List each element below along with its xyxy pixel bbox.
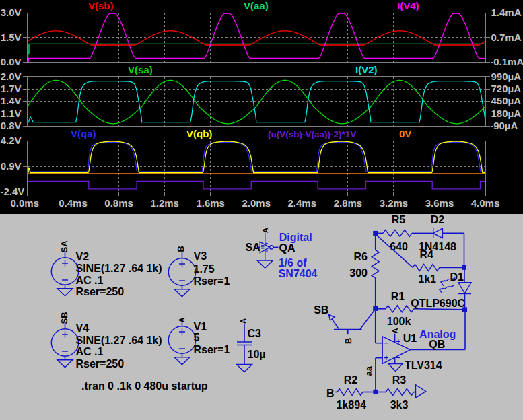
- svg-text:R3: R3: [392, 374, 407, 386]
- svg-text:2.0ms: 2.0ms: [242, 197, 271, 209]
- svg-text:3.6ms: 3.6ms: [425, 197, 454, 209]
- svg-text:V(sb): V(sb): [88, 0, 114, 11]
- svg-text:5: 5: [194, 332, 200, 343]
- svg-text:V2: V2: [76, 251, 90, 262]
- svg-text:1.4mA: 1.4mA: [491, 7, 522, 18]
- svg-text:0.8V: 0.8V: [1, 120, 22, 131]
- svg-text:.tran 0 .1k 0 480u startup: .tran 0 .1k 0 480u startup: [81, 380, 208, 392]
- svg-text:SN7404: SN7404: [279, 268, 318, 279]
- svg-text:2.0V: 2.0V: [1, 71, 22, 82]
- svg-text:-90µA: -90µA: [490, 120, 518, 131]
- svg-text:Rser=1: Rser=1: [194, 344, 230, 355]
- svg-text:B: B: [326, 388, 335, 399]
- svg-text:Digital: Digital: [279, 232, 312, 243]
- svg-text:V3: V3: [194, 250, 207, 262]
- svg-text:I(V4): I(V4): [397, 0, 419, 11]
- svg-text:1.7V: 1.7V: [1, 83, 22, 94]
- svg-text:1.6ms: 1.6ms: [196, 197, 225, 209]
- svg-text:450µA: 450µA: [491, 95, 522, 106]
- svg-text:C3: C3: [248, 328, 262, 339]
- svg-text:3k3: 3k3: [390, 399, 409, 411]
- svg-text:A: A: [178, 318, 186, 323]
- svg-text:A: A: [239, 318, 247, 324]
- svg-text:(u(V(sb)-V(aa))-2)*1V: (u(V(sb)-V(aa))-2)*1V: [268, 129, 356, 139]
- svg-text:SA: SA: [59, 240, 69, 253]
- svg-text:A: A: [391, 328, 399, 334]
- svg-text:AC .1: AC .1: [76, 275, 104, 286]
- svg-text:D1: D1: [450, 271, 464, 283]
- svg-text:R2: R2: [344, 374, 358, 386]
- svg-text:V4: V4: [76, 322, 90, 334]
- svg-text:0.0ms: 0.0ms: [11, 197, 40, 209]
- svg-text:R1: R1: [391, 291, 405, 302]
- svg-text:B: B: [176, 246, 186, 252]
- svg-text:SA: SA: [246, 242, 261, 253]
- svg-text:100k: 100k: [387, 316, 411, 327]
- svg-text:1k1: 1k1: [418, 273, 436, 285]
- svg-text:QA: QA: [279, 242, 295, 254]
- svg-text:U1: U1: [403, 332, 417, 344]
- svg-text:I(V2): I(V2): [355, 64, 378, 75]
- svg-text:R5: R5: [392, 214, 406, 225]
- svg-text:0.0V: 0.0V: [1, 56, 22, 67]
- svg-text:1.2ms: 1.2ms: [150, 197, 179, 209]
- svg-text:QB: QB: [429, 339, 445, 350]
- svg-text:1.5V: 1.5V: [1, 32, 22, 43]
- svg-text:1.75: 1.75: [194, 263, 215, 275]
- svg-text:Rser=250: Rser=250: [76, 358, 125, 370]
- svg-text:1.4V: 1.4V: [1, 95, 22, 106]
- svg-text:R4: R4: [420, 249, 434, 260]
- svg-text:2.8ms: 2.8ms: [334, 197, 363, 209]
- svg-text:R6: R6: [354, 251, 368, 262]
- svg-text:SB: SB: [59, 312, 69, 324]
- svg-text:1.1V: 1.1V: [1, 108, 22, 119]
- svg-text:TLV314: TLV314: [405, 359, 442, 371]
- svg-text:Rser=1: Rser=1: [194, 275, 230, 287]
- svg-text:D2: D2: [431, 214, 445, 225]
- svg-text:3.0V: 3.0V: [1, 7, 22, 18]
- svg-text:SINE(1.27 .64 1k): SINE(1.27 .64 1k): [76, 335, 162, 346]
- svg-text:0.4ms: 0.4ms: [59, 197, 88, 209]
- svg-text:V1: V1: [194, 321, 207, 332]
- svg-text:4.0ms: 4.0ms: [471, 197, 500, 209]
- svg-text:3.2ms: 3.2ms: [380, 197, 409, 209]
- svg-text:aa: aa: [363, 365, 374, 376]
- svg-text:0.9V: 0.9V: [1, 160, 22, 172]
- svg-text:1/6 of: 1/6 of: [279, 257, 307, 269]
- svg-text:720µA: 720µA: [491, 83, 522, 94]
- svg-text:-2.4V: -2.4V: [1, 186, 25, 197]
- svg-text:A: A: [261, 228, 269, 233]
- svg-text:V(aa): V(aa): [244, 0, 269, 11]
- svg-text:SB: SB: [314, 304, 328, 316]
- svg-text:QTLP690C: QTLP690C: [411, 298, 465, 309]
- svg-text:4.2V: 4.2V: [1, 135, 22, 146]
- svg-text:V(sa): V(sa): [128, 64, 153, 75]
- svg-text:V(qa): V(qa): [71, 128, 96, 139]
- svg-text:0.7mA: 0.7mA: [491, 32, 522, 43]
- svg-text:B: B: [343, 338, 353, 344]
- svg-text:2.4ms: 2.4ms: [288, 197, 317, 209]
- svg-text:0.8ms: 0.8ms: [104, 197, 133, 209]
- svg-text:AC .1: AC .1: [76, 346, 104, 357]
- svg-text:Rser=250: Rser=250: [76, 286, 125, 298]
- svg-text:990µA: 990µA: [491, 71, 522, 82]
- svg-text:1k894: 1k894: [337, 399, 367, 411]
- svg-text:180µA: 180µA: [491, 108, 522, 119]
- svg-text:10µ: 10µ: [248, 349, 266, 360]
- svg-text:SINE(1.27 .64 1k): SINE(1.27 .64 1k): [76, 262, 162, 274]
- svg-text:0V: 0V: [399, 128, 411, 139]
- svg-text:V(qb): V(qb): [186, 128, 212, 139]
- svg-text:-0.1mA: -0.1mA: [490, 56, 523, 67]
- svg-text:300: 300: [349, 267, 368, 279]
- svg-text:640: 640: [390, 241, 408, 252]
